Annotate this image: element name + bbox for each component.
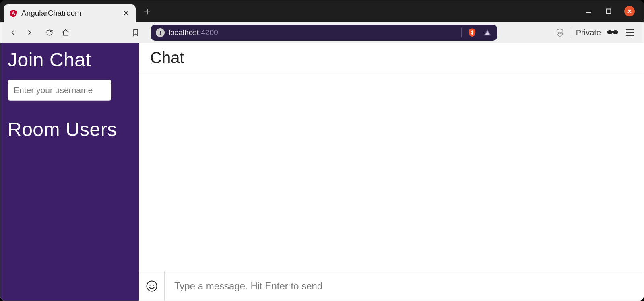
ublock-icon[interactable]: uo <box>555 28 564 37</box>
chat-header: Chat <box>139 43 644 72</box>
maximize-button[interactable] <box>604 7 613 16</box>
chat-input-row <box>139 271 644 301</box>
reload-button[interactable] <box>42 25 57 40</box>
chat-heading: Chat <box>150 49 632 67</box>
svg-rect-1 <box>607 9 611 14</box>
svg-rect-9 <box>612 31 613 33</box>
browser-window: AngularChatroom ✕ ＋ <box>0 0 644 301</box>
toolbar-separator <box>570 27 570 38</box>
browser-tab[interactable]: AngularChatroom ✕ <box>4 4 136 22</box>
site-info-icon[interactable]: ! <box>156 28 165 37</box>
bookmark-button[interactable] <box>128 25 143 40</box>
minimize-button[interactable] <box>584 7 593 16</box>
private-mode-label: Private <box>576 28 601 37</box>
brave-shield-icon[interactable] <box>467 28 477 37</box>
new-tab-button[interactable]: ＋ <box>136 6 159 16</box>
forward-button[interactable] <box>22 25 37 40</box>
titlebar: AngularChatroom ✕ ＋ <box>0 0 644 22</box>
back-button[interactable] <box>6 25 21 40</box>
close-window-button[interactable] <box>624 6 635 16</box>
home-button[interactable] <box>58 25 73 40</box>
window-controls <box>575 6 644 16</box>
emoji-picker-button[interactable] <box>139 271 165 301</box>
svg-point-10 <box>147 281 157 291</box>
svg-point-12 <box>153 285 154 286</box>
sidebar: Join Chat Room Users <box>0 43 139 301</box>
sunglasses-icon <box>607 27 619 38</box>
toolbar-right: uo Private <box>555 27 638 38</box>
main-area: Chat <box>139 43 644 301</box>
svg-text:uo: uo <box>558 31 562 35</box>
message-input[interactable] <box>165 271 644 301</box>
room-users-heading: Room Users <box>8 118 132 140</box>
svg-point-8 <box>613 30 618 34</box>
svg-point-7 <box>607 30 613 34</box>
address-bar[interactable]: ! localhost:4200 <box>151 25 497 41</box>
join-chat-heading: Join Chat <box>8 49 132 71</box>
tab-strip: AngularChatroom ✕ <box>0 0 136 22</box>
chat-messages-area <box>139 72 644 271</box>
basic-attention-icon[interactable] <box>483 28 492 37</box>
menu-button[interactable] <box>624 29 636 36</box>
tab-title: AngularChatroom <box>21 9 118 18</box>
tab-close-icon[interactable]: ✕ <box>122 9 130 17</box>
browser-toolbar: ! localhost:4200 <box>0 22 644 43</box>
page-content: Join Chat Room Users Chat <box>0 43 644 301</box>
address-bar-right <box>461 28 492 37</box>
url-host: localhost:4200 <box>169 28 218 37</box>
username-input[interactable] <box>8 80 111 101</box>
svg-point-11 <box>149 285 151 286</box>
angular-favicon-icon <box>9 9 17 17</box>
